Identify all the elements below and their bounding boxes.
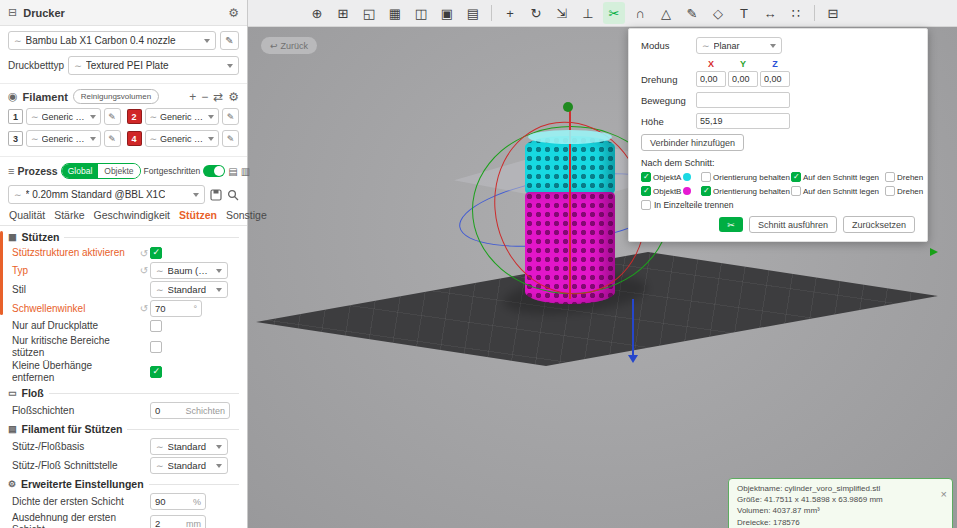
filament-select[interactable]: ∼ Generic PLA (26, 130, 101, 147)
process-global-tab[interactable]: Global (62, 164, 99, 178)
remove-small-overhangs-checkbox[interactable] (150, 366, 162, 378)
object-b-checkbox[interactable] (641, 186, 651, 196)
object-a-place-on-cut-checkbox[interactable] (791, 172, 801, 182)
revert-icon[interactable]: ↺ (138, 303, 150, 314)
support-painting-tool-icon[interactable]: △ (655, 2, 677, 24)
threshold-angle-input[interactable] (155, 303, 179, 314)
auto-orient-icon[interactable]: ◱ (358, 2, 380, 24)
perform-cut-icon-button[interactable]: ✂ (719, 217, 743, 232)
add-filament-icon[interactable]: + (189, 90, 196, 104)
revert-icon[interactable]: ↺ (138, 265, 150, 276)
save-preset-icon[interactable] (210, 189, 222, 201)
sync-filament-icon[interactable]: ⇄ (213, 90, 223, 104)
filament-gear-icon[interactable]: ⚙ (228, 90, 239, 104)
printer-gear-icon[interactable]: ⚙ (228, 6, 239, 20)
add-model-icon[interactable]: ⊕ (306, 2, 328, 24)
measure-tool-icon[interactable]: ↔ (759, 2, 781, 24)
filament-color-swatch[interactable]: 1 (8, 109, 23, 124)
move-tool-icon[interactable]: + (499, 2, 521, 24)
rotation-x-input[interactable] (696, 71, 726, 87)
bed-type-select[interactable]: ∼ Textured PEI Plate (68, 56, 239, 75)
object-a-keep-orientation-checkbox[interactable] (701, 172, 711, 182)
split-to-objects-icon[interactable]: ◫ (410, 2, 432, 24)
preset-icon: ∼ (156, 442, 164, 452)
process-objects-tab[interactable]: Objekte (98, 164, 139, 178)
filament-color-swatch[interactable]: 3 (8, 131, 23, 146)
first-layer-density-input[interactable] (155, 496, 179, 507)
object-b-keep-orientation-checkbox[interactable] (701, 186, 711, 196)
color-painting-tool-icon[interactable]: ✎ (681, 2, 703, 24)
rotation-z-input[interactable] (760, 71, 790, 87)
filament-color-swatch[interactable]: 4 (127, 131, 142, 146)
raft-section-header: ▭ Floß (0, 384, 247, 401)
object-a-checkbox[interactable] (641, 172, 651, 182)
split-to-parts-icon[interactable]: ▣ (436, 2, 458, 24)
back-button[interactable]: ↩ Zurück (261, 37, 317, 54)
variable-layer-height-icon[interactable]: ▤ (462, 2, 484, 24)
tab-geschwindigkeit[interactable]: Geschwindigkeit (94, 209, 170, 221)
revert-icon[interactable]: ↺ (138, 248, 150, 259)
arrange-icon[interactable]: ▦ (384, 2, 406, 24)
height-input[interactable] (696, 113, 790, 129)
object-b-flip-checkbox[interactable] (885, 186, 895, 196)
raft-layers-input[interactable] (155, 405, 179, 416)
edit-filament-button[interactable]: ✎ (222, 108, 239, 125)
printer-select[interactable]: ∼ Bambu Lab X1 Carbon 0.4 nozzle (8, 31, 216, 50)
object-b-place-on-cut-checkbox[interactable] (791, 186, 801, 196)
support-section-icon: ▦ (8, 232, 17, 242)
tab-sonstige[interactable]: Sonstige (226, 209, 267, 221)
mesh-boolean-tool-icon[interactable]: ∩ (629, 2, 651, 24)
filament-select[interactable]: ∼ Generic PLA (145, 108, 220, 125)
edit-filament-button[interactable]: ✎ (104, 130, 121, 147)
filament-slot-2: 2 ∼ Generic PLA ✎ (127, 108, 240, 125)
tab-staerke[interactable]: Stärke (54, 209, 84, 221)
tab-stuetzen[interactable]: Stützen (179, 209, 217, 221)
flushing-volumes-button[interactable]: Reinigungsvolumen (73, 89, 159, 104)
support-interface-select[interactable]: ∼ Standard (150, 457, 228, 474)
search-icon[interactable] (227, 189, 239, 201)
object-a-flip-checkbox[interactable] (885, 172, 895, 182)
reset-cut-button[interactable]: Zurücksetzen (843, 216, 915, 233)
first-layer-expansion-input[interactable] (155, 518, 179, 528)
cut-to-parts-checkbox[interactable] (641, 200, 651, 210)
close-icon[interactable]: × (941, 487, 947, 502)
critical-regions-checkbox[interactable] (150, 341, 162, 353)
support-type-select[interactable]: ∼ Baum (auto) (150, 262, 228, 279)
tab-qualitaet[interactable]: Qualität (9, 209, 45, 221)
assembly-view-icon[interactable]: ∷ (785, 2, 807, 24)
process-preset-select[interactable]: ∼ * 0.20mm Standard @BBL X1C (8, 185, 205, 204)
advanced-mode-toggle[interactable] (203, 165, 225, 177)
add-connector-button[interactable]: Verbinder hinzufügen (641, 134, 744, 151)
plate-only-checkbox[interactable] (150, 320, 162, 332)
filament-select[interactable]: ∼ Generic PLA (145, 130, 220, 147)
rotate-tool-icon[interactable]: ↻ (525, 2, 547, 24)
compare-presets-icon[interactable]: ▥ (241, 166, 250, 177)
cut-tool-icon[interactable]: ✂ (603, 2, 625, 24)
edit-printer-button[interactable]: ✎ (220, 31, 239, 50)
support-base-select[interactable]: ∼ Standard (150, 438, 228, 455)
filament-color-swatch[interactable]: 2 (127, 109, 142, 124)
edit-filament-button[interactable]: ✎ (104, 108, 121, 125)
cut-mode-select[interactable]: ∼ Planar (696, 37, 782, 54)
place-on-face-tool-icon[interactable]: ⊥ (577, 2, 599, 24)
plate-settings-icon[interactable]: ⊟ (822, 2, 844, 24)
enable-supports-checkbox[interactable] (150, 247, 162, 259)
movement-input[interactable] (696, 92, 790, 108)
add-plate-icon[interactable]: ⊞ (332, 2, 354, 24)
scale-tool-icon[interactable]: ⇲ (551, 2, 573, 24)
settings-list-icon[interactable]: ▤ (228, 166, 237, 177)
seam-painting-tool-icon[interactable]: ◇ (707, 2, 729, 24)
settings-scrollbar[interactable] (0, 231, 3, 315)
raft-layers-field: Schichten (150, 402, 230, 419)
text-tool-icon[interactable]: T (733, 2, 755, 24)
axis-arrow-blue (632, 299, 634, 357)
raft-layers-unit: Schichten (185, 406, 225, 416)
remove-filament-icon[interactable]: − (201, 90, 208, 104)
perform-cut-button[interactable]: Schnitt ausführen (749, 216, 837, 233)
edit-filament-button[interactable]: ✎ (222, 130, 239, 147)
filament-select[interactable]: ∼ Generic PLA (26, 108, 101, 125)
cut-plane-handle[interactable] (563, 102, 573, 112)
support-style-select[interactable]: ∼ Standard (150, 281, 228, 298)
object-volume-line: Volumen: 4037.87 mm³ (737, 505, 932, 516)
rotation-y-input[interactable] (728, 71, 758, 87)
